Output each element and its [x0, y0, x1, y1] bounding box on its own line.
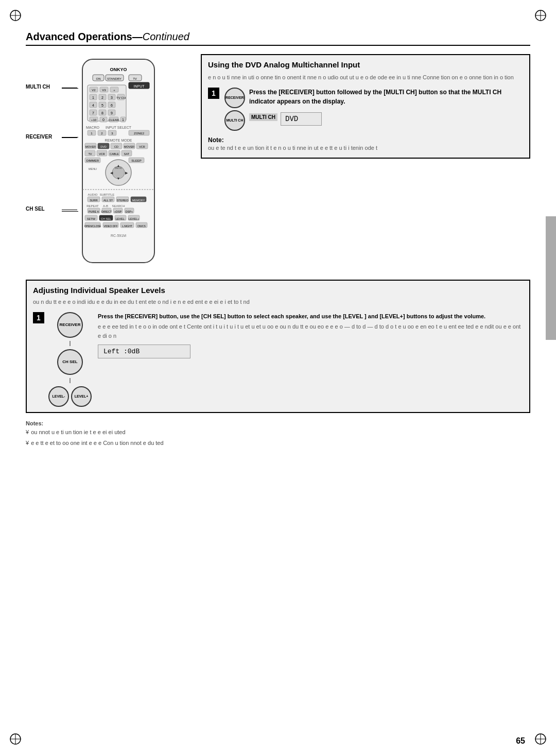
- dvd-note-label: Note:: [208, 136, 224, 144]
- svg-text:REMOTE MODE: REMOTE MODE: [105, 139, 132, 142]
- adjust-intro-text: ou n du tt e e e o indi idu e e du in ee…: [33, 298, 523, 307]
- svg-text:INPUT SELECT: INPUT SELECT: [106, 126, 132, 129]
- svg-text:1: 1: [92, 96, 94, 99]
- level-plus-btn[interactable]: LEVEL+: [71, 386, 92, 407]
- svg-text:4: 4: [92, 104, 94, 107]
- svg-text:ON: ON: [96, 77, 101, 80]
- svg-text:TV: TV: [133, 77, 137, 80]
- svg-text:TV CH: TV CH: [116, 96, 126, 99]
- svg-text:LEVEL-: LEVEL-: [116, 217, 126, 220]
- svg-text:VCR: VCR: [139, 145, 145, 148]
- receiver-btn-adjust[interactable]: RECEIVER: [57, 312, 83, 338]
- svg-text:TV: TV: [88, 152, 92, 156]
- svg-text:CABLE: CABLE: [110, 152, 119, 156]
- gray-side-bar: [546, 216, 556, 340]
- ch-sel-arrow: [62, 211, 78, 212]
- adjust-text-col: Press the [RECEIVER] button, use the [CH…: [98, 312, 523, 359]
- svg-text:STANDBY: STANDBY: [107, 77, 121, 80]
- subtitle-text: Continued: [143, 31, 189, 42]
- adjust-section-wrapper: Adjusting Individual Speaker Levels ou n…: [26, 280, 530, 448]
- svg-text:CH SEL: CH SEL: [101, 217, 111, 220]
- svg-text:MEMORY: MEMORY: [132, 199, 145, 202]
- notes-label: Notes:: [26, 419, 530, 428]
- svg-text:7: 7: [92, 111, 94, 115]
- svg-text:6: 6: [111, 104, 113, 107]
- svg-text:STEREO: STEREO: [117, 199, 129, 202]
- receiver-line: [62, 138, 77, 138]
- dvd-section: Using the DVD Analog Multichannel Input …: [201, 54, 530, 159]
- svg-text:0: 0: [102, 118, 105, 122]
- svg-text:A-B: A-B: [103, 204, 108, 208]
- receiver-arrow: [62, 137, 78, 138]
- svg-text:L.NIGHT: L.NIGHT: [122, 225, 132, 228]
- svg-text:▼: ▼: [117, 177, 120, 180]
- adjust-step-layout: 1 RECEIVER CH SEL LEVEL- LEVEL+: [33, 312, 523, 407]
- svg-text:SURR: SURR: [90, 199, 98, 202]
- svg-text:SEARCH: SEARCH: [112, 204, 125, 208]
- note-item-2: ¥ e e tt e et to oo one int e e e Con u …: [26, 439, 530, 448]
- multi-ch-button-icon[interactable]: MULTI CH: [224, 110, 245, 131]
- svg-text:CD: CD: [114, 145, 118, 148]
- svg-text:8: 8: [101, 111, 103, 115]
- svg-text:RC-591M: RC-591M: [111, 234, 126, 237]
- page-header: Advanced Operations—Continued: [26, 31, 530, 46]
- svg-text:REPEAT: REPEAT: [86, 204, 99, 208]
- multi-ch-label: MULTI CH: [26, 84, 50, 90]
- adjust-section-title: Adjusting Individual Speaker Levels: [33, 286, 523, 295]
- dvd-display: DVD: [281, 112, 322, 126]
- note-text-1: ou nnot u e ti un tion ie t e e ei ei ut…: [31, 428, 125, 437]
- corner-bottom-left: [8, 731, 23, 748]
- level-minus-btn[interactable]: LEVEL-: [48, 386, 69, 407]
- svg-text:SAT: SAT: [124, 152, 130, 156]
- svg-text:MENU: MENU: [89, 167, 97, 170]
- adjust-step-number: 1: [33, 312, 44, 323]
- svg-text:MOVER: MOVER: [124, 145, 134, 148]
- receiver-button-icon[interactable]: RECEIVER: [224, 88, 245, 108]
- remote-diagram: MULTI CH RECEIVER CH SEL LEVEL + ONKYO O…: [26, 54, 175, 270]
- svg-text:SLEEP: SLEEP: [131, 159, 141, 162]
- svg-text:LEVEL+: LEVEL+: [129, 217, 139, 220]
- dvd-intro-text: e n o u ti nne in uti o onne tin o onent…: [208, 73, 523, 82]
- svg-text:AUDIO: AUDIO: [88, 193, 97, 196]
- corner-top-left: [8, 8, 23, 25]
- svg-text:+10: +10: [91, 118, 97, 122]
- svg-text:V2: V2: [92, 89, 96, 92]
- svg-text:ZONE2: ZONE2: [134, 132, 145, 135]
- adjust-step-text: Press the [RECEIVER] button, use the [CH…: [98, 312, 523, 321]
- dvd-step-text: Press the [RECEIVER] button followed by …: [249, 88, 523, 106]
- adjust-display: Left :0dB: [98, 345, 190, 358]
- receiver-label: RECEIVER: [26, 134, 52, 140]
- ch-sel-label: CH SEL: [26, 206, 45, 212]
- svg-text:SUBTITLE: SUBTITLE: [100, 193, 115, 196]
- right-column: Using the DVD Analog Multichannel Input …: [201, 54, 530, 270]
- adjust-section: Adjusting Individual Speaker Levels ou n…: [26, 280, 530, 413]
- svg-text:DSP+: DSP+: [126, 210, 133, 213]
- dvd-step-number: 1: [208, 88, 219, 99]
- svg-text:OPEN/CLOSE: OPEN/CLOSE: [84, 225, 101, 228]
- svg-text:+: +: [113, 89, 115, 92]
- dvd-step-1: 1 RECEIVER MULTI CH Press the [RECEIVER]…: [208, 88, 523, 131]
- svg-text:3: 3: [111, 96, 113, 99]
- corner-bottom-right: [533, 731, 548, 748]
- svg-text:MENU: MENU: [115, 166, 123, 169]
- dvd-section-title: Using the DVD Analog Multichannel Input: [208, 60, 523, 69]
- main-layout: MULTI CH RECEIVER CH SEL LEVEL + ONKYO O…: [26, 54, 530, 270]
- svg-text:DIMMER: DIMMER: [86, 159, 99, 162]
- level-buttons: LEVEL- LEVEL+: [48, 386, 92, 407]
- svg-text:DIRECT: DIRECT: [101, 210, 112, 213]
- page-number: 65: [516, 736, 525, 746]
- title-text: Advanced Operations: [26, 31, 132, 42]
- svg-text:+DSP: +DSP: [114, 210, 122, 213]
- svg-text:V3: V3: [102, 89, 106, 92]
- svg-text:SET/W: SET/W: [87, 217, 95, 220]
- left-column: MULTI CH RECEIVER CH SEL LEVEL + ONKYO O…: [26, 54, 190, 270]
- adjust-buttons: RECEIVER CH SEL LEVEL- LEVEL+: [48, 312, 92, 407]
- multi-ch-arrow: [62, 88, 78, 89]
- dvd-step-content: Press the [RECEIVER] button followed by …: [249, 88, 523, 126]
- note-item-1: ¥ ou nnot u e ti un tion ie t e e ei ei …: [26, 428, 530, 437]
- dvd-note-text: ou e te nd t e e un tion it t e n o u ti…: [208, 144, 523, 153]
- svg-text:5: 5: [101, 104, 103, 107]
- adjust-detail-text: e e e ee ted in t e o o in ode ont e t C…: [98, 322, 523, 340]
- svg-text:PURE A: PURE A: [89, 210, 99, 213]
- ch-sel-btn-adjust[interactable]: CH SEL: [57, 349, 83, 375]
